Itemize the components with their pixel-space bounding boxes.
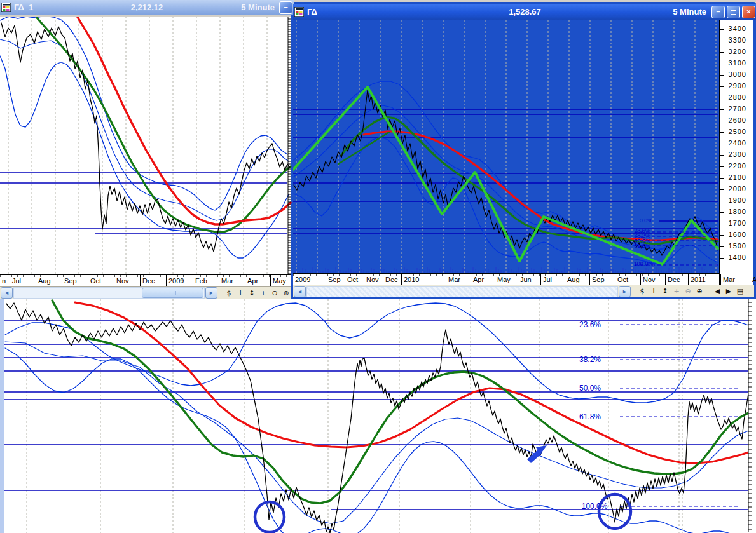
price-axis-tick: [719, 212, 724, 213]
x-axis-label: Mar: [219, 275, 245, 287]
scroll-right-icon[interactable]: ▶: [723, 287, 734, 297]
window-icon: [1, 3, 11, 12]
x-axis-label: Dec: [665, 274, 688, 285]
fib-retracement-label: 50.0%: [579, 384, 601, 393]
price-axis-label: 3100: [729, 59, 746, 67]
price-axis-tick: [719, 29, 724, 30]
price-axis-tick: [719, 166, 724, 167]
price-axis-label: 1500: [729, 242, 746, 250]
x-axis-label: May: [270, 275, 296, 287]
window-frame-gd: [291, 2, 756, 299]
pan-tool-icon[interactable]: +: [671, 287, 682, 297]
trading-app-screen: ΓΔ_1 2,212.12 5 Minute – nJulAugSepOctNo…: [0, 0, 756, 533]
x-axis-label: Dec: [140, 275, 166, 287]
zoom-out-icon[interactable]: ⊖: [682, 287, 694, 297]
x-axis-label: Nov: [364, 274, 383, 285]
titlebar-gd1[interactable]: ΓΔ_1 2,212.12 5 Minute –: [0, 0, 294, 15]
price-axis-tick: [719, 64, 724, 64]
scrollbar-row-gd: ◄ ► $I↕+⊖⊕◀▶▤: [293, 285, 754, 297]
x-axis-label: Nov: [114, 275, 140, 287]
x-axis-label: Oct: [88, 275, 114, 287]
price-axis-tick: [719, 178, 724, 179]
price-axis-tick: [719, 75, 724, 76]
price-axis-gd[interactable]: 3400330032003100300029002800270026002500…: [719, 20, 753, 285]
price-axis-tick: [719, 201, 724, 201]
price-axis-label: 2000: [729, 185, 746, 192]
x-axis-label: Aug: [36, 275, 62, 287]
scrollbar-row-gd1: ◄ ► $I↕+⊖⊕: [0, 286, 291, 299]
scrollbar-track[interactable]: [13, 287, 205, 299]
maximize-icon: [731, 10, 736, 15]
price-scale-icon[interactable]: $: [223, 288, 235, 298]
scrollbar-track[interactable]: [306, 286, 618, 297]
x-axis-label: 2009: [293, 274, 326, 285]
x-axis-label: Sep: [62, 275, 88, 287]
last-price-value: 2,212.12: [131, 3, 163, 12]
x-axis-gd1: nJulAugSepOctNovDec2009FebMarAprMayJun: [0, 274, 291, 287]
fib-retracement-label: 38.2%: [579, 355, 601, 364]
price-axis-label: 2300: [729, 151, 746, 158]
price-axis-tick: [719, 98, 724, 98]
price-axis-label: 3200: [729, 48, 746, 55]
data-window-icon[interactable]: ▤: [734, 287, 746, 297]
scroll-left-arrow[interactable]: ◄: [1, 287, 13, 299]
price-axis-tick: [719, 109, 724, 110]
x-axis-label: n: [0, 275, 10, 287]
pan-tool-icon[interactable]: +: [258, 288, 269, 298]
x-axis-label: Aug: [565, 274, 589, 285]
minimize-button[interactable]: –: [711, 6, 725, 18]
price-axis-label: 1600: [729, 231, 746, 238]
timeframe-label: 5 Minute: [241, 3, 275, 12]
x-axis-label: 2011: [688, 274, 720, 285]
price-axis-tick: [719, 52, 724, 53]
titlebar-gd[interactable]: ΓΔ 1,528.67 5 Minute – ×: [293, 4, 756, 20]
x-axis-label: Jul: [540, 274, 565, 285]
price-axis-label: 2100: [729, 173, 746, 181]
x-axis-label: Dec: [383, 274, 401, 285]
window-title: ΓΔ_1: [14, 3, 33, 12]
timeframe-label: 5 Minute: [673, 7, 706, 17]
x-axis-label: Apr: [245, 275, 270, 287]
price-axis-label: 1900: [729, 196, 746, 204]
chart-area-bottom[interactable]: [0, 299, 756, 533]
vertical-zoom-icon[interactable]: ↕: [246, 288, 258, 298]
scroll-left-icon[interactable]: ◀: [711, 287, 723, 297]
cursor-tool-icon[interactable]: I: [235, 288, 246, 298]
zoom-out-icon[interactable]: ⊖: [269, 288, 280, 298]
price-axis-tick: [719, 246, 724, 247]
fib-retracement-label: 23.6%: [579, 320, 601, 329]
cursor-tool-icon[interactable]: I: [648, 287, 659, 297]
x-axis-label: Jun: [518, 274, 540, 285]
scroll-left-arrow[interactable]: ◄: [294, 286, 306, 297]
fib-retracement-label: 0.0%: [640, 217, 653, 224]
close-button[interactable]: ×: [742, 6, 755, 18]
price-axis-label: 2200: [729, 162, 746, 170]
price-axis-tick: [719, 155, 724, 156]
x-axis-label: Mar: [720, 274, 750, 285]
zoom-in-icon[interactable]: ⊕: [280, 288, 292, 298]
x-axis-label: A: [750, 274, 756, 285]
x-axis-label: Oct: [615, 274, 640, 285]
scroll-right-arrow[interactable]: ►: [205, 287, 217, 299]
chart-toolbar-gd1: $I↕+⊖⊕: [223, 288, 292, 298]
chart-toolbar-gd: $I↕+⊖⊕◀▶▤: [636, 287, 746, 297]
chart-area-gd1[interactable]: [0, 17, 292, 274]
window-title: ΓΔ: [307, 7, 317, 17]
x-axis-label: Sep: [589, 274, 615, 285]
price-axis-tick: [719, 258, 724, 259]
maximize-button[interactable]: [727, 6, 740, 18]
x-axis-label: Sep: [326, 274, 345, 285]
zoom-in-icon[interactable]: ⊕: [694, 287, 705, 297]
vertical-zoom-icon[interactable]: ↕: [659, 287, 671, 297]
x-axis-label: Mar: [446, 274, 471, 285]
minimize-button[interactable]: –: [279, 1, 292, 14]
last-price-value: 1,528.67: [509, 7, 541, 17]
scrollbar-thumb[interactable]: [142, 288, 203, 298]
scroll-right-arrow[interactable]: ►: [619, 286, 631, 297]
fib-retracement-label: 100.0%: [634, 260, 654, 267]
price-axis-label: 2700: [729, 105, 746, 112]
fib-retracement-label: 100.0%: [582, 502, 608, 511]
price-axis-label: 3300: [729, 36, 746, 44]
price-axis-tick: [719, 121, 724, 121]
price-scale-icon[interactable]: $: [636, 287, 648, 297]
